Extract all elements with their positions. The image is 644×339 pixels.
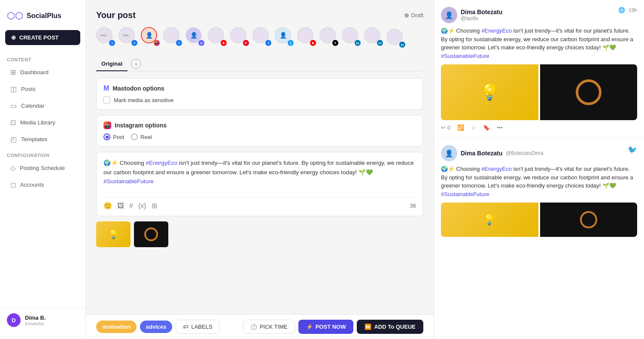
preview-more-action[interactable]: ••• <box>497 124 503 131</box>
svg-text:hovec: hovec <box>123 34 129 36</box>
preview-meta-1: 🌐 19h <box>618 7 637 13</box>
retweet-icon: 🔁 <box>457 124 464 131</box>
preview-handle-1: @lao9s <box>461 15 502 21</box>
sidebar-item-label: Posts <box>21 86 36 92</box>
hashtag-toolbar-icon[interactable]: # <box>129 202 133 210</box>
pick-time-label: PICK TIME <box>260 324 288 330</box>
preview-author-2: 👤 Dima Botezatu @BotezatuDima <box>441 145 544 161</box>
thumb-dark[interactable] <box>134 221 168 247</box>
accounts-row: hovec f hovec f 👤 📷 f <box>96 27 423 48</box>
post-text-emoji: 🌍⚡ Choosing <box>103 160 146 166</box>
account-avatar[interactable]: T <box>319 27 339 47</box>
draft-dot-icon <box>404 13 409 18</box>
reply-count: 0 <box>447 124 450 131</box>
account-avatar[interactable]: ▶ <box>297 27 317 47</box>
sidebar-item-media-library[interactable]: ⊡ Media Library <box>3 115 82 130</box>
preview-like-action[interactable]: ☆ <box>471 124 476 131</box>
account-avatar[interactable]: 👤 t <box>275 27 295 47</box>
platform-badge-yt: ▶ <box>221 40 227 46</box>
sidebar-item-label: Accounts <box>20 182 44 188</box>
platform-badge-tk: T <box>332 40 338 46</box>
sidebar-item-posting-schedule[interactable]: ◇ Posting Schedule <box>3 160 82 176</box>
radio-post[interactable]: Post <box>103 133 124 140</box>
sidebar-item-dashboard[interactable]: ⊞ Dashboard <box>3 64 82 80</box>
preview-name-1: Dima Botezatu <box>461 9 502 15</box>
preview-bookmark-action[interactable]: 🔖 <box>483 124 490 131</box>
preview-img-yellow-1: 💡 <box>441 64 538 120</box>
sidebar-item-accounts[interactable]: ◻ Accounts <box>3 177 82 193</box>
post-now-button[interactable]: ⚡ POST NOW <box>298 320 354 334</box>
variable-toolbar-icon[interactable]: {x} <box>138 202 146 210</box>
preview-avatar-1: 👤 <box>441 7 457 23</box>
post-text-card: 🌍⚡ Choosing #EnergyEco isn't just trendy… <box>96 152 423 216</box>
pick-time-button[interactable]: 🕐 PICK TIME <box>243 320 295 334</box>
account-avatar[interactable]: hovec f <box>118 27 138 47</box>
motivation-tag-button[interactable]: motivation <box>96 321 137 333</box>
advices-tag-button[interactable]: advices <box>140 321 173 333</box>
bottom-action-bar: motivation advices 🏷 LABELS 🕐 PICK TIME … <box>86 314 434 339</box>
radio-reel[interactable]: Reel <box>131 133 152 140</box>
mastodon-options-card: M Mastodon options Mark media as sensiti… <box>96 78 423 110</box>
sidebar-item-calendar[interactable]: ▭ Calendar <box>3 98 82 114</box>
sidebar: ⬡⬡ SocialPlus ⊕ CREATE POST Content ⊞ Da… <box>0 0 86 339</box>
sidebar-item-posts[interactable]: ◫ Posts <box>3 81 82 97</box>
account-avatar[interactable]: f <box>252 27 272 47</box>
preview-name-2: Dima Botezatu <box>461 150 502 157</box>
platform-badge-fb: f <box>265 40 271 46</box>
mark-sensitive-checkbox[interactable] <box>103 97 110 103</box>
mastodon-icon: M <box>103 85 109 92</box>
post-title: Your post <box>96 10 136 20</box>
account-avatar[interactable]: in <box>364 27 384 47</box>
preview-reply-action[interactable]: ↩ 0 <box>441 124 450 131</box>
labels-label: LABELS <box>191 324 212 330</box>
labels-button[interactable]: 🏷 LABELS <box>176 320 219 334</box>
post-hashtag-1: #EnergyEco <box>146 160 178 166</box>
preview-avatar-2: 👤 <box>441 145 457 161</box>
preview-handle-2: @BotezatuDima <box>506 150 544 156</box>
preview-post-1: 👤 Dima Botezatu @lao9s 🌐 19h 🌍⚡ Choosing… <box>434 0 644 138</box>
account-avatar[interactable]: 👤 M <box>185 27 205 47</box>
account-avatar[interactable]: P <box>230 27 250 47</box>
globe-icon: 🌐 <box>618 7 625 13</box>
platform-badge-li: in <box>399 42 405 48</box>
sidebar-item-templates[interactable]: ◰ Templates <box>3 131 82 147</box>
account-avatar[interactable]: hovec f <box>96 27 116 47</box>
mark-sensitive-label: Mark media as sensitive <box>114 97 173 103</box>
post-text-content[interactable]: 🌍⚡ Choosing #EnergyEco isn't just trendy… <box>103 158 416 193</box>
grid-toolbar-icon[interactable]: ⊞ <box>152 202 157 210</box>
draft-badge: Draft <box>404 12 423 18</box>
preview-author-1: 👤 Dima Botezatu @lao9s <box>441 7 502 23</box>
create-post-label: CREATE POST <box>19 34 59 41</box>
preview-post-2-header: 👤 Dima Botezatu @BotezatuDima 🐦 <box>441 145 637 161</box>
labels-icon: 🏷 <box>183 324 188 330</box>
platform-badge-ig: 📷 <box>154 40 160 46</box>
platform-badge-fb: f <box>131 40 137 46</box>
account-avatar[interactable]: f <box>163 27 183 47</box>
preview-img-yellow-2: 💡 <box>441 203 538 237</box>
add-queue-icon: ⏩ <box>365 324 371 330</box>
account-avatar-selected[interactable]: 👤 📷 <box>141 27 161 47</box>
preview-actions-1: ↩ 0 🔁 ☆ 🔖 ••• <box>441 124 637 131</box>
add-to-queue-button[interactable]: ⏩ ADD To QUEUE <box>357 320 423 334</box>
account-avatar[interactable]: ▶ <box>208 27 228 47</box>
preview-images-1: 💡 <box>441 64 637 120</box>
tab-add-button[interactable]: + <box>131 59 141 69</box>
preview-retweet-action[interactable]: 🔁 <box>457 124 464 131</box>
sidebar-item-label: Calendar <box>21 103 45 109</box>
user-profile[interactable]: D Dima B. Inovector <box>0 308 85 332</box>
image-toolbar-icon[interactable]: 🖼 <box>117 202 124 210</box>
instagram-type-row: Post Reel <box>103 133 416 140</box>
preview-post-1-header: 👤 Dima Botezatu @lao9s 🌐 19h <box>441 7 637 23</box>
platform-badge-mastodon: M <box>198 40 204 46</box>
account-avatar[interactable]: in <box>386 29 406 48</box>
user-company: Inovector <box>25 321 46 326</box>
tab-original[interactable]: Original <box>96 57 128 71</box>
create-post-icon: ⊕ <box>11 34 16 41</box>
mark-sensitive-row[interactable]: Mark media as sensitive <box>103 97 416 103</box>
emoji-toolbar-icon[interactable]: 🙂 <box>103 202 112 210</box>
account-avatar[interactable]: in <box>342 27 361 47</box>
preview-body-2: 🌍⚡ Choosing #EnergyEco isn't just trendy… <box>441 165 637 198</box>
create-post-button[interactable]: ⊕ CREATE POST <box>5 30 80 45</box>
thumb-yellow[interactable]: 💡 <box>96 221 131 247</box>
post-area: Your post Draft hovec f hovec f <box>86 0 434 314</box>
